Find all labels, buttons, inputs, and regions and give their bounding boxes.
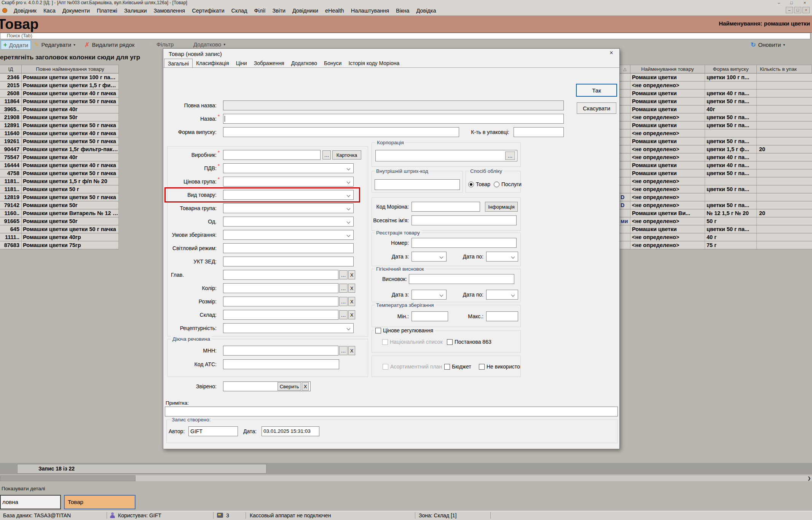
price-regulation-checkbox[interactable]: Цінове регулювання bbox=[374, 327, 435, 333]
table-row[interactable]: 91665Ромашки цветки 50г bbox=[0, 217, 119, 225]
table-row[interactable]: <не определено>цветки 50 г па... bbox=[620, 185, 812, 193]
name-input[interactable] bbox=[223, 114, 564, 124]
hygiene-date-from-combo[interactable] bbox=[412, 290, 447, 300]
table-row[interactable]: 1160..Ромашки цветки Витарель № 12 1,5 г… bbox=[0, 209, 119, 217]
menu-item-Документи[interactable]: Документи bbox=[59, 6, 93, 16]
table-row[interactable]: 79142Ромашки цветки 50г bbox=[0, 201, 119, 209]
refresh-button[interactable]: ↻ Оновити ▾ bbox=[751, 41, 785, 48]
table-row[interactable]: 4758Ромашки цветки цветки 50 г пачка bbox=[0, 169, 119, 177]
menu-item-Довідник[interactable]: Довідник bbox=[10, 6, 40, 16]
hygiene-conclusion-input[interactable] bbox=[409, 274, 514, 284]
decree-863-checkbox[interactable]: Постанова 863 bbox=[447, 339, 491, 345]
table-row[interactable]: Ромашки цветки Ви...№ 12 1,5 г № 2020 bbox=[620, 209, 812, 217]
dialog-close-icon[interactable]: × bbox=[606, 49, 616, 57]
lookup-button[interactable]: … bbox=[339, 270, 348, 279]
table-row[interactable]: Ромашки цветкицветки 50 г па... bbox=[620, 97, 812, 105]
column-header-sort-icon[interactable]: △ bbox=[620, 65, 630, 73]
cancel-button[interactable]: Скасувати bbox=[577, 102, 616, 114]
table-row[interactable]: D<не определено> bbox=[620, 193, 812, 201]
table-row[interactable]: <не определено> bbox=[620, 177, 812, 185]
verify-clear-button[interactable]: X bbox=[302, 382, 309, 391]
info-button[interactable]: Інформація bbox=[485, 202, 518, 212]
atc-input[interactable] bbox=[223, 359, 339, 369]
lookup-button[interactable]: … bbox=[339, 297, 348, 306]
field-input[interactable] bbox=[223, 270, 338, 280]
table-row[interactable]: <не определено>75 г bbox=[620, 241, 812, 249]
maximize-icon[interactable]: □ bbox=[786, 0, 796, 5]
more-button[interactable]: Додатково ▾ bbox=[193, 41, 225, 48]
table-row[interactable]: Ромашки цветкицветки 50 г па... bbox=[620, 121, 812, 129]
tab-main[interactable]: ловна bbox=[0, 495, 61, 509]
table-row[interactable]: D<не определено>цветки 50 г па... bbox=[620, 201, 812, 209]
table-row[interactable]: 2608Ромашки цветки цветки 40 г пачка bbox=[0, 89, 119, 97]
column-header-form[interactable]: Форма випуску bbox=[705, 65, 757, 73]
field-combo[interactable] bbox=[223, 217, 354, 227]
menu-item-Налаштування[interactable]: Налаштування bbox=[348, 6, 392, 16]
note-input[interactable] bbox=[165, 407, 618, 416]
menu-item-Склад[interactable]: Склад bbox=[228, 6, 251, 16]
field-combo[interactable] bbox=[223, 163, 354, 173]
clear-button[interactable]: X bbox=[348, 284, 355, 293]
table-row[interactable]: ми<не определено>50 г bbox=[620, 217, 812, 225]
menu-item-eHealth[interactable]: eHealth bbox=[322, 6, 348, 16]
field-input[interactable] bbox=[223, 257, 354, 266]
scrollbar-thumb[interactable] bbox=[0, 475, 136, 481]
morion-code-input[interactable] bbox=[412, 202, 480, 212]
column-header-qty[interactable]: Кількість в упак bbox=[757, 65, 812, 73]
field-input[interactable] bbox=[223, 283, 338, 293]
tab-product[interactable]: Товар bbox=[64, 495, 136, 509]
mdi-close-icon[interactable]: × bbox=[802, 7, 810, 13]
menu-item-Довідка[interactable]: Довідка bbox=[413, 6, 439, 16]
corporation-lookup-button[interactable]: … bbox=[505, 152, 515, 160]
table-row[interactable]: 16444Ромашки цветки цветки 40 г пачка bbox=[0, 161, 119, 169]
table-row[interactable]: 75547Ромашки цветки 40г bbox=[0, 153, 119, 161]
radio-services[interactable]: Послуги bbox=[494, 181, 522, 187]
corporation-input[interactable] bbox=[375, 150, 517, 161]
mnn-lookup-button[interactable]: … bbox=[339, 346, 348, 355]
table-row[interactable]: Ромашки цветки40г bbox=[620, 105, 812, 113]
pack-qty-input[interactable] bbox=[514, 127, 564, 137]
table-row[interactable]: 19261Ромашки цветки цветки 50 г пачка bbox=[0, 137, 119, 145]
field-input[interactable] bbox=[223, 310, 338, 320]
radio-goods[interactable]: Товар bbox=[468, 181, 490, 187]
menu-item-Довідники[interactable]: Довідники bbox=[289, 6, 322, 16]
menu-item-Сертифікати[interactable]: Сертифікати bbox=[188, 6, 228, 16]
edit-button[interactable]: ✎ Редагувати ▾ bbox=[34, 41, 75, 48]
temp-max-input[interactable] bbox=[486, 311, 518, 321]
mdi-restore-icon[interactable]: □ bbox=[794, 7, 801, 13]
clear-button[interactable]: X bbox=[348, 270, 355, 279]
table-row[interactable]: 21908Ромашки цветки 50г bbox=[0, 113, 119, 121]
table-row[interactable]: <не определено>цветки 40 г па... bbox=[620, 153, 812, 161]
dialog-tab-4[interactable]: Зображення bbox=[250, 59, 288, 68]
column-header-full-name[interactable]: Повне найменування товару bbox=[22, 65, 119, 73]
card-button[interactable]: Карточка bbox=[332, 150, 361, 160]
hygiene-date-to-combo[interactable] bbox=[486, 290, 518, 300]
barcode-input[interactable] bbox=[375, 179, 460, 190]
menu-item-Звіти[interactable]: Звіти bbox=[269, 6, 289, 16]
field-combo[interactable] bbox=[223, 177, 354, 187]
menu-item-Каса[interactable]: Каса bbox=[40, 6, 59, 16]
dialog-tab-5[interactable]: Додатково bbox=[288, 59, 321, 68]
national-list-checkbox[interactable]: Національний список bbox=[382, 339, 443, 345]
clear-button[interactable]: X bbox=[348, 310, 355, 319]
assortment-plan-checkbox[interactable]: Асортиментний план bbox=[383, 364, 442, 370]
field-input[interactable] bbox=[223, 243, 354, 253]
mdi-minimize-icon[interactable]: – bbox=[786, 7, 793, 13]
dialog-tab-3[interactable]: Ціни bbox=[233, 59, 250, 68]
date-value[interactable]: 03.01.2025 15:31:03 bbox=[262, 426, 319, 436]
table-row[interactable]: 11864Ромашки цветки цветки 50 г пачка bbox=[0, 97, 119, 105]
reg-date-to-combo[interactable] bbox=[486, 252, 518, 262]
table-row[interactable]: 1111..Ромашки цветки 40гр bbox=[0, 233, 119, 241]
close-icon[interactable]: × bbox=[800, 0, 810, 5]
column-header-id[interactable]: ІД bbox=[0, 65, 22, 73]
dialog-tab-6[interactable]: Бонуси bbox=[321, 59, 345, 68]
dialog-tab-2[interactable]: Класифікація bbox=[193, 59, 233, 68]
table-row[interactable]: Ромашки цветкицветки 50 г па... bbox=[620, 225, 812, 233]
delete-row-button[interactable]: ✗ Видалити рядок bbox=[85, 41, 134, 48]
table-row[interactable]: 87683Ромашки цветки 75гр bbox=[0, 241, 119, 249]
table-row[interactable]: <не определено>цветки 50 г па... bbox=[620, 113, 812, 121]
column-header-name[interactable]: Найменування товару bbox=[630, 65, 705, 73]
table-row[interactable]: 12891Ромашки цветки цветки 50 г пачка bbox=[0, 121, 119, 129]
table-row[interactable]: 90447Ромашки цветки 1,5г фильтр-пакет №2… bbox=[0, 145, 119, 153]
table-row[interactable]: 3965..Ромашки цветки 40г bbox=[0, 105, 119, 113]
